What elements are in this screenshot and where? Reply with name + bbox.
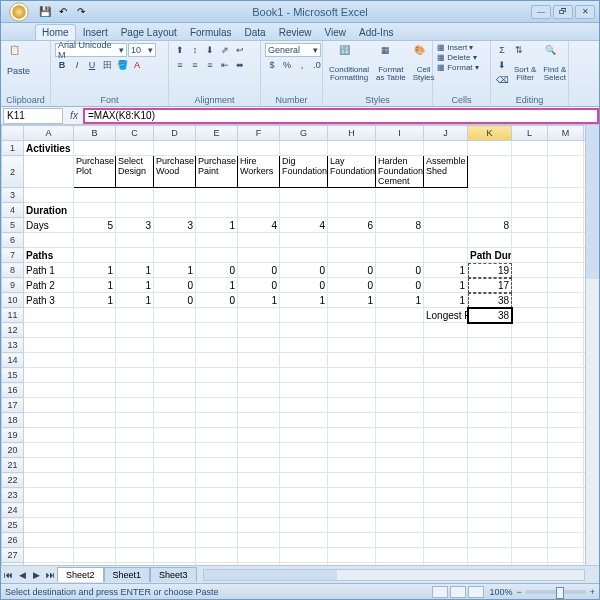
cell-K25[interactable] bbox=[468, 518, 512, 533]
cell-E5[interactable]: 1 bbox=[196, 218, 238, 233]
cell-I6[interactable] bbox=[376, 233, 424, 248]
cell-G28[interactable] bbox=[280, 563, 328, 566]
cell-L3[interactable] bbox=[512, 188, 548, 203]
cell-H18[interactable] bbox=[328, 413, 376, 428]
cell-E16[interactable] bbox=[196, 383, 238, 398]
currency[interactable]: $ bbox=[265, 58, 279, 72]
cell-D4[interactable] bbox=[154, 203, 196, 218]
conditional-formatting[interactable]: 🔢Conditional Formatting bbox=[327, 43, 371, 84]
cell-H23[interactable] bbox=[328, 488, 376, 503]
cell-H13[interactable] bbox=[328, 338, 376, 353]
cell-M16[interactable] bbox=[548, 383, 584, 398]
horizontal-scrollbar[interactable] bbox=[203, 569, 585, 581]
cell-F26[interactable] bbox=[238, 533, 280, 548]
format-as-table[interactable]: ▦Format as Table bbox=[374, 43, 408, 84]
cell-I4[interactable] bbox=[376, 203, 424, 218]
cell-J11[interactable]: Longest Path bbox=[424, 308, 468, 323]
cell-D19[interactable] bbox=[154, 428, 196, 443]
cell-K7[interactable]: Path Duration bbox=[468, 248, 512, 263]
cell-A23[interactable] bbox=[24, 488, 74, 503]
tab-nav-next[interactable]: ▶ bbox=[29, 568, 43, 582]
cell-H14[interactable] bbox=[328, 353, 376, 368]
cell-E26[interactable] bbox=[196, 533, 238, 548]
cell-I28[interactable] bbox=[376, 563, 424, 566]
cell-C8[interactable]: 1 bbox=[116, 263, 154, 278]
cell-E14[interactable] bbox=[196, 353, 238, 368]
row-header-14[interactable]: 14 bbox=[2, 353, 24, 368]
cell-M5[interactable] bbox=[548, 218, 584, 233]
cell-A15[interactable] bbox=[24, 368, 74, 383]
cell-M8[interactable] bbox=[548, 263, 584, 278]
cell-L9[interactable] bbox=[512, 278, 548, 293]
cell-E2[interactable]: Purchase Paint bbox=[196, 156, 238, 188]
cell-K14[interactable] bbox=[468, 353, 512, 368]
cell-C11[interactable] bbox=[116, 308, 154, 323]
tab-insert[interactable]: Insert bbox=[77, 25, 114, 40]
cell-G5[interactable]: 4 bbox=[280, 218, 328, 233]
cell-D27[interactable] bbox=[154, 548, 196, 563]
cell-K5[interactable]: 8 bbox=[468, 218, 512, 233]
cell-M14[interactable] bbox=[548, 353, 584, 368]
cell-H19[interactable] bbox=[328, 428, 376, 443]
cell-M26[interactable] bbox=[548, 533, 584, 548]
cell-H25[interactable] bbox=[328, 518, 376, 533]
cell-C27[interactable] bbox=[116, 548, 154, 563]
cell-J3[interactable] bbox=[424, 188, 468, 203]
cell-A20[interactable] bbox=[24, 443, 74, 458]
cell-I26[interactable] bbox=[376, 533, 424, 548]
row-header-17[interactable]: 17 bbox=[2, 398, 24, 413]
tab-formulas[interactable]: Formulas bbox=[184, 25, 238, 40]
cell-J22[interactable] bbox=[424, 473, 468, 488]
cell-M21[interactable] bbox=[548, 458, 584, 473]
cell-M24[interactable] bbox=[548, 503, 584, 518]
number-format-combo[interactable]: General▾ bbox=[265, 43, 321, 57]
cell-B24[interactable] bbox=[74, 503, 116, 518]
cell-J24[interactable] bbox=[424, 503, 468, 518]
cell-C10[interactable]: 1 bbox=[116, 293, 154, 308]
cell-K6[interactable] bbox=[468, 233, 512, 248]
cell-B28[interactable] bbox=[74, 563, 116, 566]
cell-E7[interactable] bbox=[196, 248, 238, 263]
cell-E10[interactable]: 0 bbox=[196, 293, 238, 308]
zoom-slider[interactable] bbox=[526, 590, 586, 594]
row-header-6[interactable]: 6 bbox=[2, 233, 24, 248]
sheet-tab-sheet1[interactable]: Sheet1 bbox=[104, 567, 151, 582]
cell-C18[interactable] bbox=[116, 413, 154, 428]
inc-decimal[interactable]: .0 bbox=[310, 58, 324, 72]
cell-B5[interactable]: 5 bbox=[74, 218, 116, 233]
cell-A11[interactable] bbox=[24, 308, 74, 323]
cell-B6[interactable] bbox=[74, 233, 116, 248]
cell-B17[interactable] bbox=[74, 398, 116, 413]
tab-nav-last[interactable]: ⏭ bbox=[43, 568, 57, 582]
paste-button[interactable]: 📋 Paste bbox=[5, 43, 32, 78]
cell-K21[interactable] bbox=[468, 458, 512, 473]
cell-I27[interactable] bbox=[376, 548, 424, 563]
cell-J2[interactable]: Assemble Shed bbox=[424, 156, 468, 188]
cell-B16[interactable] bbox=[74, 383, 116, 398]
align-top[interactable]: ⬆ bbox=[173, 43, 187, 57]
cell-L6[interactable] bbox=[512, 233, 548, 248]
cell-E27[interactable] bbox=[196, 548, 238, 563]
cell-M1[interactable] bbox=[548, 141, 584, 156]
cell-E18[interactable] bbox=[196, 413, 238, 428]
cell-H7[interactable] bbox=[328, 248, 376, 263]
cell-J19[interactable] bbox=[424, 428, 468, 443]
cell-K12[interactable] bbox=[468, 323, 512, 338]
cell-I15[interactable] bbox=[376, 368, 424, 383]
cell-C17[interactable] bbox=[116, 398, 154, 413]
cell-F10[interactable]: 1 bbox=[238, 293, 280, 308]
cell-L11[interactable] bbox=[512, 308, 548, 323]
cell-G2[interactable]: Dig Foundation bbox=[280, 156, 328, 188]
tab-nav-first[interactable]: ⏮ bbox=[1, 568, 15, 582]
cell-A27[interactable] bbox=[24, 548, 74, 563]
cell-I7[interactable] bbox=[376, 248, 424, 263]
cell-F20[interactable] bbox=[238, 443, 280, 458]
cell-H1[interactable] bbox=[328, 141, 376, 156]
row-header-1[interactable]: 1 bbox=[2, 141, 24, 156]
align-bottom[interactable]: ⬇ bbox=[203, 43, 217, 57]
cell-J25[interactable] bbox=[424, 518, 468, 533]
cell-I24[interactable] bbox=[376, 503, 424, 518]
cell-E19[interactable] bbox=[196, 428, 238, 443]
cell-C23[interactable] bbox=[116, 488, 154, 503]
cell-I21[interactable] bbox=[376, 458, 424, 473]
